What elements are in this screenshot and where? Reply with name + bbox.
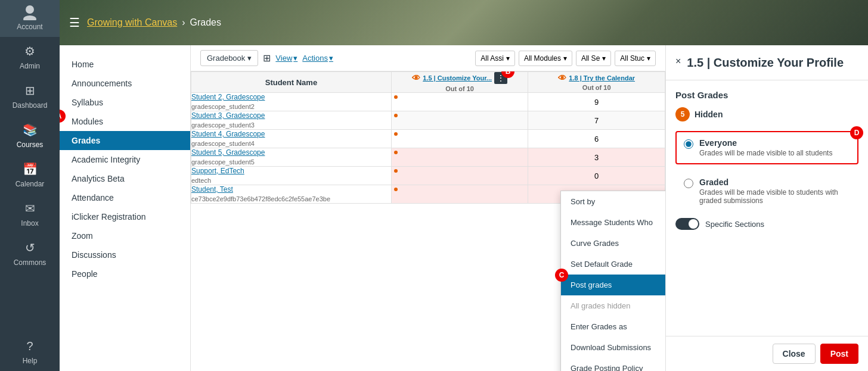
radio-everyone-input[interactable] [684,139,693,149]
actions-dropdown[interactable]: Actions ▾ [302,54,333,63]
sidebar-item-home[interactable]: Home [60,55,190,74]
post-button[interactable]: Post [820,344,858,364]
table-row: Student 2, Gradescope gradescope_student… [191,93,665,111]
filter-sections-arrow: ▾ [602,54,606,63]
content-area: Home Announcements Syllabus A Modules Gr… [60,45,868,371]
annotation-d: D [850,126,863,139]
filter-modules[interactable]: All Modules ▾ [519,51,572,66]
view-dropdown[interactable]: View ▾ [275,54,297,63]
filter-sections[interactable]: All Se ▾ [576,51,611,66]
sidebar-item-announcements[interactable]: Announcements [60,74,190,93]
assignment-1-menu-btn[interactable]: ⋮ B [494,72,507,84]
help-icon: ? [21,338,38,354]
panel-body: Post Grades 5 Hidden Everyone Grades wil… [666,80,868,336]
courses-label: Courses [17,141,44,149]
filter-icon: ⊞ [263,52,271,64]
sidebar-item-inbox[interactable]: ✉ Inbox [0,194,60,233]
sidebar-item-academic-integrity[interactable]: Academic Integrity [60,150,190,169]
sidebar-item-dashboard[interactable]: ⊞ Dashboard [0,76,60,116]
menu-item-set-default-grade[interactable]: Set Default Grade [561,254,665,275]
panel-header: × 1.5 | Customize Your Profile [666,45,868,80]
gradebook-dropdown[interactable]: Gradebook ▾ [200,50,258,66]
sidebar-item-syllabus[interactable]: Syllabus [60,93,190,112]
menu-item-enter-grades-as[interactable]: Enter Grades as › [561,316,665,337]
inbox-label: Inbox [21,219,38,227]
sidebar-item-attendance[interactable]: Attendance [60,188,190,207]
toggle-knob [689,219,698,229]
table-row: Student 4, Gradescope gradescope_student… [191,130,665,148]
gradebook-dropdown-arrow: ▾ [247,54,252,63]
student-4-link[interactable]: Student 4, Gradescope [191,130,391,138]
sidebar-item-people[interactable]: People [60,264,190,283]
calendar-icon: 📅 [21,161,38,177]
assignment-2-title[interactable]: 1.8 | Try the Calendar [569,74,635,82]
radio-graded-desc: Grades will be made visible to students … [699,188,850,205]
student-5-id: gradescope_student5 [191,158,255,166]
gradebook-container: Student Name 👁 1.5 | Customize Your... ⋮ [191,71,665,371]
radio-option-graded[interactable]: Graded Grades will be made visible to st… [675,170,858,212]
student-3-cell: Student 3, Gradescope gradescope_student… [191,111,392,130]
sidebar-item-courses[interactable]: 📚 Courses [0,116,60,155]
sidebar-item-help[interactable]: ? Help [0,332,60,371]
specific-sections-label: Specific Sections [705,220,764,229]
radio-option-everyone[interactable]: Everyone Grades will be made visible to … [675,131,858,164]
sort-by-label: Sort by [571,197,595,206]
radio-graded-input[interactable] [684,179,693,188]
toolbar-left: Gradebook ▾ ⊞ View ▾ Actions ▾ [200,50,333,66]
student-3-link[interactable]: Student 3, Gradescope [191,111,391,120]
menu-item-curve-grades[interactable]: Curve Grades [561,233,665,254]
panel-footer: Close Post [666,336,868,371]
filter-assignments-label: All Assi [480,54,504,63]
student-2-grade-2: 9 [528,93,665,111]
calendar-label: Calendar [16,180,45,188]
sidebar-item-commons[interactable]: ↺ Commons [0,233,60,273]
sidebar-item-iclicker[interactable]: iClicker Registration [60,207,190,226]
sidebar-item-calendar[interactable]: 📅 Calendar [0,155,60,194]
course-sidebar: Home Announcements Syllabus A Modules Gr… [60,45,191,371]
right-panel: × 1.5 | Customize Your Profile Post Grad… [665,45,868,371]
student-2-link[interactable]: Student 2, Gradescope [191,93,391,101]
assignment-1-title[interactable]: 1.5 | Customize Your... [423,74,492,82]
all-grades-hidden-label: All grades hidden [571,301,630,310]
filter-students[interactable]: All Stuc ▾ [615,51,656,66]
close-button[interactable]: Close [773,344,816,364]
left-navigation: Account ⚙ Admin ⊞ Dashboard 📚 Courses 📅 … [0,0,60,371]
sidebar-item-discussions[interactable]: Discussions [60,245,190,264]
panel-title: 1.5 | Customize Your Profile [687,55,844,70]
curve-grades-label: Curve Grades [571,239,619,248]
commons-label: Commons [14,258,46,267]
panel-close-btn[interactable]: × [675,56,681,67]
breadcrumb-course-link[interactable]: Growing with Canvas [87,17,177,28]
menu-item-sort-by[interactable]: Sort by › [561,191,665,212]
sidebar-item-admin[interactable]: ⚙ Admin [0,37,60,76]
sidebar-item-analytics-beta[interactable]: Analytics Beta [60,169,190,188]
sidebar-item-grades[interactable]: Grades [60,131,190,150]
filter-assignments[interactable]: All Assi ▾ [475,51,515,66]
dashboard-icon: ⊞ [21,82,38,99]
annotation-c: C [555,269,568,282]
radio-everyone-desc: Grades will be made visible to all stude… [699,149,832,157]
support-link[interactable]: Support, EdTech [191,167,391,175]
grades-area: Gradebook ▾ ⊞ View ▾ Actions ▾ All [191,45,665,371]
menu-item-grade-posting-policy[interactable]: Grade Posting Policy [561,358,665,371]
set-default-grade-label: Set Default Grade [571,260,633,269]
filter-sections-label: All Se [581,54,600,63]
annotation-a: A [60,110,66,123]
hamburger-icon[interactable]: ☰ [69,15,80,30]
student-4-grade-1 [391,130,528,148]
test-student-link[interactable]: Student, Test [191,185,391,194]
student-3-grade-2: 7 [528,111,665,130]
actions-label: Actions [302,54,328,63]
sidebar-item-account[interactable]: Account [0,0,60,37]
sidebar-item-modules[interactable]: A Modules [60,112,190,131]
student-3-grade-1 [391,111,528,130]
menu-item-post-grades[interactable]: Post grades C [561,275,665,295]
filter-students-arrow: ▾ [647,54,650,63]
menu-item-message-students[interactable]: Message Students Who [561,212,665,233]
student-5-link[interactable]: Student 5, Gradescope [191,148,391,157]
help-label: Help [23,357,38,365]
sidebar-item-zoom[interactable]: Zoom [60,226,190,245]
admin-label: Admin [20,62,40,70]
menu-item-download-submissions[interactable]: Download Submissions [561,337,665,358]
specific-sections-toggle[interactable] [675,218,699,230]
